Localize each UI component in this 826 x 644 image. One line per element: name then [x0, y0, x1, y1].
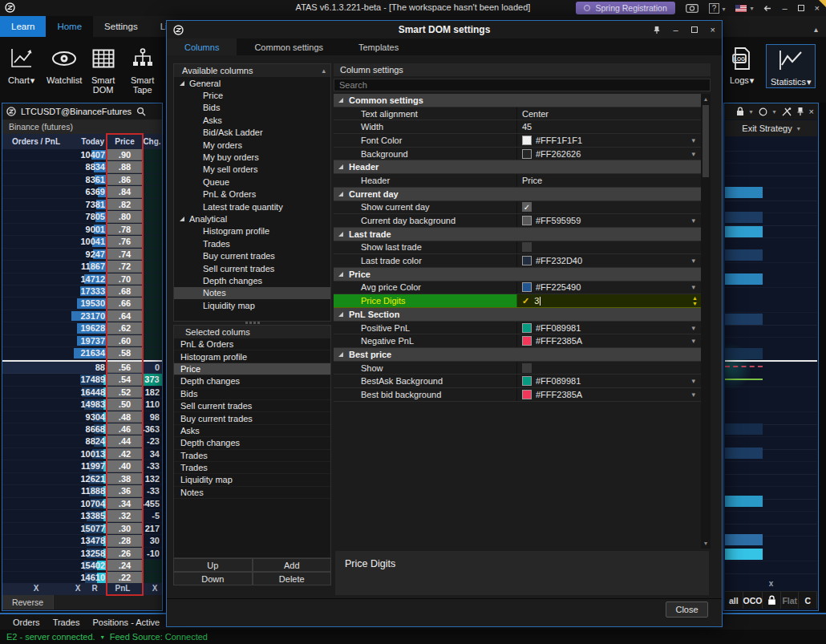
cell-chg[interactable]: 0 — [142, 362, 162, 373]
cell-orders-pnl[interactable] — [2, 236, 70, 247]
language-menu-button[interactable]: ▾ — [735, 5, 753, 12]
dom-row-price-50[interactable]: 14983.50110 — [2, 399, 162, 411]
bottom-tab-orders[interactable]: Orders — [6, 618, 47, 627]
dom-row-price-30[interactable]: 15077.30217 — [2, 523, 162, 535]
cell-orders-pnl[interactable] — [2, 411, 70, 423]
chevron-down-icon[interactable]: ▾ — [691, 257, 695, 265]
close-button[interactable]: Close — [666, 601, 708, 618]
reverse-button[interactable]: Reverse — [2, 595, 54, 610]
dom-row-price-62[interactable]: 19628.62 — [2, 322, 162, 334]
close-icon[interactable]: × — [809, 107, 814, 116]
cell-orders-pnl[interactable] — [2, 498, 70, 509]
dom-row-price-66[interactable]: 19530.66 — [2, 298, 162, 310]
cell-price[interactable]: .30 — [107, 523, 142, 534]
dialog-tab-common-settings[interactable]: Common settings — [237, 38, 341, 55]
cell-chg[interactable]: 30 — [142, 535, 162, 546]
setting-value-negative-pnl[interactable]: #FFF2385A▾ — [517, 334, 701, 347]
settings-section-price[interactable]: Price — [334, 268, 701, 281]
cell-orders-pnl[interactable] — [2, 347, 70, 358]
cell-today-volume[interactable]: 13258 — [70, 548, 107, 559]
cell-today-volume[interactable]: 14712 — [70, 273, 107, 285]
dom-row-price-34[interactable]: 10704.34-455 — [2, 498, 162, 510]
setting-value-bestask-background[interactable]: #FF089981▾ — [517, 375, 701, 387]
maximize-icon[interactable] — [691, 26, 698, 33]
cell-orders-pnl[interactable] — [2, 523, 70, 534]
cell-orders-pnl[interactable] — [2, 286, 70, 297]
cell-today-volume[interactable]: 6369 — [70, 186, 107, 197]
selected-item-liquidity-map[interactable]: Liquidity map — [174, 474, 330, 486]
chevron-down-icon[interactable]: ▾ — [691, 391, 695, 399]
dom-row-price-86[interactable]: 8361.86 — [2, 174, 162, 186]
dom-row-price-26[interactable]: 13258.26-10 — [2, 548, 162, 560]
chevron-down-icon[interactable]: ▾ — [691, 377, 695, 385]
dom-row-price-84[interactable]: 6369.84 — [2, 186, 162, 198]
right-footer-x-label[interactable]: x — [724, 579, 818, 588]
dom-row-price-72[interactable]: 11867.72 — [2, 261, 162, 273]
cell-price[interactable]: .82 — [107, 199, 142, 210]
cell-today-volume[interactable]: 8834 — [70, 161, 107, 172]
cell-chg[interactable]: -33 — [142, 460, 162, 472]
cell-today-volume[interactable]: 9304 — [70, 411, 107, 423]
cell-chg[interactable]: 98 — [142, 411, 162, 423]
setting-value-best-bid-background[interactable]: #FFF2385A▾ — [517, 388, 701, 401]
c-button[interactable]: C — [799, 592, 817, 609]
cell-orders-pnl[interactable] — [2, 249, 70, 260]
bottom-tab-trades[interactable]: Trades — [47, 618, 87, 627]
dom-row-price-58[interactable]: 21634.58 — [2, 347, 162, 359]
dom-price-ladder[interactable]: 10407.908834.888361.866369.847381.827805… — [2, 149, 162, 585]
tree-group-analytical[interactable]: Analytical — [174, 213, 330, 225]
cell-price[interactable]: .72 — [107, 261, 142, 272]
setting-value-show-last-trade[interactable] — [517, 241, 701, 254]
toolbar-item-smart-dom[interactable]: Smart DOM — [91, 44, 115, 95]
cell-orders-pnl[interactable] — [2, 560, 70, 571]
cell-price[interactable]: .24 — [107, 560, 142, 571]
setting-value-current-day-background[interactable]: #FF595959▾ — [517, 214, 701, 227]
cell-price[interactable]: .32 — [107, 510, 142, 521]
cell-price[interactable]: .84 — [107, 186, 142, 197]
cell-chg[interactable]: 132 — [142, 473, 162, 484]
cell-orders-pnl[interactable] — [2, 448, 70, 460]
dom-row-price-28[interactable]: 13478.2830 — [2, 535, 162, 547]
dom-row-price-70[interactable]: 14712.70 — [2, 273, 162, 286]
setting-value-width[interactable]: 45 — [517, 120, 701, 133]
checkbox-checked[interactable]: ✓ — [522, 202, 532, 212]
cell-price[interactable]: .90 — [107, 149, 142, 160]
cell-price[interactable]: .40 — [107, 460, 142, 472]
add-button[interactable]: Add — [253, 558, 332, 572]
tree-item-notes[interactable]: Notes — [174, 287, 330, 299]
cell-today-volume[interactable]: 15077 — [70, 523, 107, 534]
cell-price[interactable]: .88 — [107, 161, 142, 172]
minimize-to-tray-icon[interactable] — [763, 5, 771, 12]
cell-chg[interactable] — [142, 249, 162, 260]
cell-today-volume[interactable]: 7381 — [70, 199, 107, 210]
selected-item-trades[interactable]: Trades — [174, 462, 330, 474]
circle-marker-icon[interactable] — [759, 107, 767, 116]
selected-item-sell-current-trades[interactable]: Sell current trades — [174, 400, 330, 412]
cell-today-volume[interactable]: 8824 — [70, 435, 107, 447]
tree-group-general[interactable]: General — [174, 77, 330, 89]
cell-chg[interactable] — [142, 286, 162, 297]
tree-item-trades[interactable]: Trades — [174, 237, 330, 249]
cell-today-volume[interactable]: 8668 — [70, 423, 107, 435]
price-digits-value[interactable]: 3 — [534, 296, 539, 306]
cell-price[interactable]: .66 — [107, 298, 142, 309]
cell-today-volume[interactable]: 11888 — [70, 485, 107, 496]
setting-value-header[interactable]: Price — [517, 174, 701, 187]
ribbon-tab-home[interactable]: Home — [46, 16, 93, 37]
dom-row-price-32[interactable]: 13385.32-5 — [2, 510, 162, 522]
column-header-today[interactable]: Today — [70, 137, 107, 146]
tree-item-asks[interactable]: Asks — [174, 114, 330, 126]
selected-item-buy-current-trades[interactable]: Buy current trades — [174, 412, 330, 424]
cell-price[interactable]: .52 — [107, 387, 142, 398]
dom-row-price-78[interactable]: 9001.78 — [2, 224, 162, 236]
cell-price[interactable]: .60 — [107, 335, 142, 346]
dom-row-price-76[interactable]: 10041.76 — [2, 236, 162, 248]
chevron-down-icon[interactable]: ▾ — [101, 634, 104, 641]
dom-row-price-38[interactable]: 12621.38132 — [2, 473, 162, 485]
chevron-down-icon[interactable]: ▾ — [691, 136, 695, 144]
toolbar-item-chart[interactable]: Chart ▾ — [8, 44, 34, 85]
cell-orders-pnl[interactable] — [2, 399, 70, 410]
cell-chg[interactable] — [142, 347, 162, 358]
cell-today-volume[interactable]: 9001 — [70, 224, 107, 235]
cell-today-volume[interactable]: 23170 — [70, 310, 107, 322]
